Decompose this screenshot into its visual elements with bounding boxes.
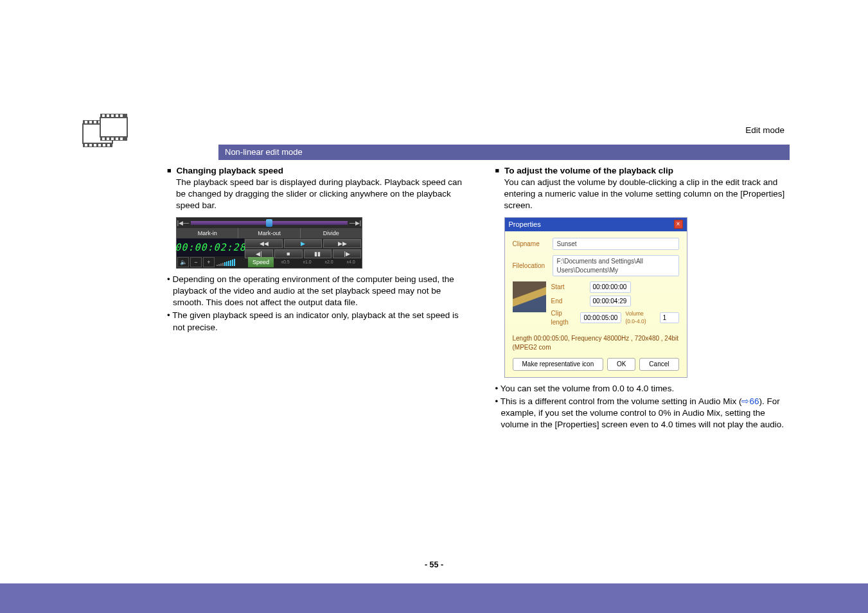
svg-rect-14 — [107, 144, 110, 147]
start-value: 00:00:00:00 — [590, 281, 631, 293]
page-link-66[interactable]: 66 — [749, 396, 759, 406]
mode-label: Edit mode — [745, 125, 784, 135]
play-icon: ▶ — [284, 239, 322, 248]
mark-out-label: Mark-out — [238, 228, 299, 238]
properties-title: Properties — [509, 220, 541, 229]
filelocation-value: F:\Documents and Settings\All Users\Docu… — [553, 255, 679, 276]
volume-value: 1 — [660, 312, 679, 324]
playhead-icon — [266, 219, 272, 227]
svg-rect-9 — [85, 144, 87, 147]
svg-rect-19 — [107, 114, 109, 117]
svg-rect-4 — [89, 121, 92, 123]
skip-start-icon: |◀— — [177, 219, 190, 227]
start-label: Start — [551, 283, 587, 292]
cliplength-label: Clip length — [551, 309, 578, 326]
playback-track — [191, 221, 348, 225]
svg-rect-5 — [94, 121, 96, 123]
speed-label: Speed — [248, 257, 274, 267]
svg-rect-25 — [111, 138, 114, 140]
filelocation-label: Filelocation — [513, 262, 553, 271]
svg-rect-24 — [107, 138, 109, 140]
fastforward-icon: ▶▶ — [323, 239, 361, 248]
mute-icon: 🔈 — [177, 257, 189, 267]
make-icon-button: Make representative icon — [513, 358, 604, 371]
vol-minus-icon: − — [190, 257, 202, 267]
svg-rect-22 — [120, 114, 123, 117]
right-bullet-1: • You can set the volume from 0.0 to 4.0… — [501, 383, 792, 395]
step-fwd-icon: |▶ — [333, 249, 361, 258]
skip-end-icon: —▶| — [349, 219, 362, 227]
section-bar: Non-linear edit mode — [218, 145, 790, 160]
left-heading: ■ Changing playback speed — [167, 166, 463, 175]
page-number: - 55 - — [0, 560, 868, 569]
divide-label: Divide — [300, 228, 362, 238]
svg-rect-15 — [100, 118, 127, 137]
svg-rect-23 — [102, 138, 105, 140]
timecode: 00:00:02:28 — [177, 238, 244, 256]
svg-rect-26 — [116, 138, 118, 140]
svg-rect-3 — [85, 121, 87, 123]
ok-button: OK — [607, 358, 635, 371]
volume-label: Volume (0.0-4.0) — [625, 310, 655, 325]
svg-rect-27 — [120, 138, 123, 140]
filmstrip-icon — [82, 112, 128, 152]
svg-rect-21 — [116, 114, 118, 117]
end-value: 00:00:04:29 — [590, 296, 631, 307]
left-column: ■ Changing playback speed The playback s… — [167, 166, 463, 432]
left-paragraph: The playback speed bar is displayed duri… — [176, 177, 463, 212]
end-label: End — [551, 297, 587, 306]
cancel-button: Cancel — [639, 358, 678, 371]
svg-rect-18 — [102, 114, 105, 117]
right-heading: ■ To adjust the volume of the playback c… — [495, 166, 792, 175]
cliplength-value: 00:00:05:00 — [580, 312, 621, 324]
stop-icon: ■ — [274, 249, 303, 258]
link-arrow-icon: ⇨ — [741, 396, 749, 406]
right-column: ■ To adjust the volume of the playback c… — [495, 166, 792, 432]
bottom-bar — [0, 583, 868, 613]
clipname-value: Sunset — [553, 238, 679, 251]
svg-rect-20 — [111, 114, 114, 117]
playback-ui-figure: |◀— —▶| Mark-in Mark-out Divide 00:00:02… — [176, 217, 362, 269]
svg-rect-13 — [103, 144, 105, 147]
speed-scale: x0.5 x1.0 x2.0 x4.0 — [274, 259, 362, 265]
vol-meter-icon — [215, 258, 247, 266]
svg-rect-11 — [94, 144, 96, 147]
square-bullet-icon: ■ — [495, 166, 500, 174]
svg-rect-10 — [89, 144, 92, 147]
left-bullet-2: • The given playback speed is an indicat… — [173, 310, 463, 333]
right-bullet-2: • This is a different control from the v… — [501, 396, 792, 431]
section-bar-label: Non-linear edit mode — [225, 147, 303, 157]
vol-plus-icon: + — [203, 257, 215, 267]
clip-spec: Length 00:00:05:00, Frequency 48000Hz , … — [513, 334, 679, 351]
right-paragraph: You can adjust the volume by double-clic… — [504, 177, 792, 212]
square-bullet-icon: ■ — [167, 166, 172, 174]
left-bullet-1: • Depending on the operating environment… — [173, 274, 463, 309]
close-icon: × — [674, 220, 683, 229]
rewind-icon: ◀◀ — [245, 239, 283, 248]
mark-in-label: Mark-in — [177, 228, 238, 238]
clip-thumbnail — [513, 281, 546, 312]
svg-rect-12 — [98, 144, 101, 147]
pause-icon: ▮▮ — [304, 249, 332, 258]
properties-dialog-figure: Properties × Clipname Sunset Filelocatio… — [504, 217, 687, 378]
clipname-label: Clipname — [513, 240, 553, 249]
